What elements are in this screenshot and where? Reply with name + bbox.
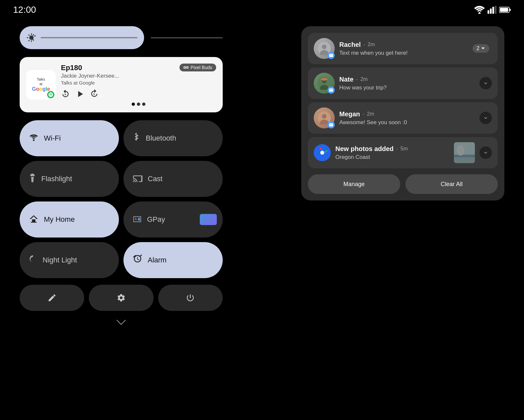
rachel-message-icon	[328, 52, 335, 59]
nate-dot: ·	[356, 76, 358, 83]
pixel-buds-icon	[183, 66, 189, 69]
media-card[interactable]: Talks at Google Ep180 Jackie Joyner-Kers…	[20, 57, 223, 112]
rewind-icon[interactable]	[61, 89, 70, 98]
edit-button[interactable]	[20, 285, 84, 311]
brightness-icon	[26, 32, 37, 43]
svg-rect-12	[138, 218, 140, 221]
quick-tiles-grid: Wi-Fi Bluetooth Flashlight	[20, 120, 223, 278]
alarm-icon	[133, 254, 142, 264]
brightness-slider-track[interactable]	[41, 37, 138, 38]
photos-content: New photos added · 5m Oregon Coast	[335, 145, 449, 161]
rewind-label	[61, 89, 70, 99]
status-time: 12:00	[13, 5, 36, 15]
notification-photos[interactable]: New photos added · 5m Oregon Coast	[308, 137, 498, 168]
notification-rachel[interactable]: Rachel · 2m Text me when you get here! 2	[308, 33, 498, 64]
expand-icon	[483, 80, 489, 86]
media-app-brand: Google	[32, 86, 50, 92]
settings-button[interactable]	[89, 285, 153, 311]
expand-icon-3	[483, 150, 489, 156]
megan-message: Awesome! See you soon :0	[339, 119, 475, 126]
rachel-count-badge: 2	[473, 44, 489, 53]
power-icon	[186, 293, 195, 302]
nightlight-tile-label: Night Light	[43, 256, 77, 264]
notification-nate[interactable]: Nate · 2m How was your trip?	[308, 67, 498, 99]
svg-rect-3	[492, 7, 494, 14]
tile-cast[interactable]: Cast	[123, 161, 223, 197]
notification-megan[interactable]: Megan · 2m Awesome! See you soon :0	[308, 102, 498, 134]
tile-bluetooth[interactable]: Bluetooth	[123, 120, 223, 156]
photos-app-container	[314, 144, 331, 161]
megan-name-row: Megan · 2m	[339, 110, 475, 118]
photos-app-icon	[314, 144, 331, 161]
gpay-card	[200, 214, 217, 225]
photos-expand-button[interactable]	[479, 146, 492, 159]
brightness-slider-extension	[151, 37, 223, 38]
bottom-actions	[20, 285, 223, 311]
nate-expand-button[interactable]	[479, 77, 492, 89]
spotify-badge	[47, 91, 54, 98]
megan-expand-button[interactable]	[479, 112, 492, 124]
rachel-name: Rachel	[339, 41, 361, 48]
tile-wifi[interactable]: Wi-Fi	[20, 120, 119, 156]
rachel-time: 2m	[368, 42, 375, 48]
cast-tile-label: Cast	[148, 175, 162, 183]
media-app-icon: Talks at Google	[26, 70, 56, 100]
megan-message-icon	[328, 121, 335, 128]
bluetooth-icon	[133, 132, 140, 142]
media-info: Ep180 Jackie Joyner-Kersee... Talks at G…	[61, 64, 216, 106]
svg-point-27	[457, 145, 464, 156]
message-icon-3	[329, 123, 333, 127]
media-dot-2	[137, 103, 140, 106]
tile-flashlight[interactable]: Flashlight	[20, 161, 119, 197]
media-page-dots	[61, 103, 216, 106]
svg-point-24	[320, 151, 324, 155]
cast-icon	[133, 174, 142, 182]
chevron-down[interactable]	[20, 317, 223, 328]
notifications-bottom-row: Manage Clear All	[308, 172, 498, 194]
svg-point-10	[184, 67, 185, 68]
photos-time: 5m	[401, 146, 408, 152]
tile-nightlight[interactable]: Night Light	[20, 242, 119, 278]
gpay-tile-label: GPay	[147, 215, 165, 224]
nate-content: Nate · 2m How was your trip?	[339, 76, 475, 91]
nate-avatar-container	[314, 73, 335, 94]
notifications-panel: Rachel · 2m Text me when you get here! 2	[301, 26, 504, 200]
chevron-down-icon	[116, 319, 126, 325]
media-controls	[61, 88, 216, 100]
svg-rect-2	[490, 9, 492, 14]
megan-content: Megan · 2m Awesome! See you soon :0	[339, 110, 475, 126]
manage-button[interactable]: Manage	[308, 174, 400, 194]
home-icon	[29, 214, 39, 223]
battery-status-icon	[499, 6, 511, 14]
pencil-icon	[47, 293, 57, 302]
media-source: Talks at Google	[61, 80, 119, 86]
gpay-icon	[133, 215, 142, 222]
megan-dot: ·	[363, 111, 364, 118]
brightness-row	[20, 26, 223, 49]
svg-rect-1	[488, 10, 489, 14]
media-track-title: Jackie Joyner-Kersee...	[61, 73, 119, 79]
gpay-tile-icon	[133, 214, 142, 225]
nate-time: 2m	[360, 76, 367, 82]
brightness-pill[interactable]	[20, 26, 144, 49]
play-button[interactable]	[74, 88, 86, 100]
forward-icon[interactable]	[90, 89, 99, 98]
spotify-icon	[48, 92, 53, 97]
tile-myhome[interactable]: My Home	[20, 201, 119, 238]
svg-rect-29	[454, 157, 475, 163]
nate-message: How was your trip?	[339, 85, 475, 91]
photos-icon	[317, 147, 328, 158]
power-button[interactable]	[158, 285, 223, 311]
svg-point-11	[187, 67, 188, 68]
megan-time: 2m	[367, 111, 374, 117]
svg-rect-7	[500, 8, 508, 12]
clear-all-button[interactable]: Clear All	[405, 174, 498, 194]
moon-icon	[29, 255, 37, 264]
rachel-dot: ·	[364, 41, 365, 48]
svg-rect-6	[510, 9, 511, 11]
tile-alarm[interactable]: Alarm	[123, 242, 223, 278]
media-app-text: Talks at	[37, 77, 45, 86]
cast-tile-icon	[133, 174, 142, 184]
tile-gpay[interactable]: GPay	[123, 201, 223, 238]
nate-name: Nate	[339, 76, 353, 83]
